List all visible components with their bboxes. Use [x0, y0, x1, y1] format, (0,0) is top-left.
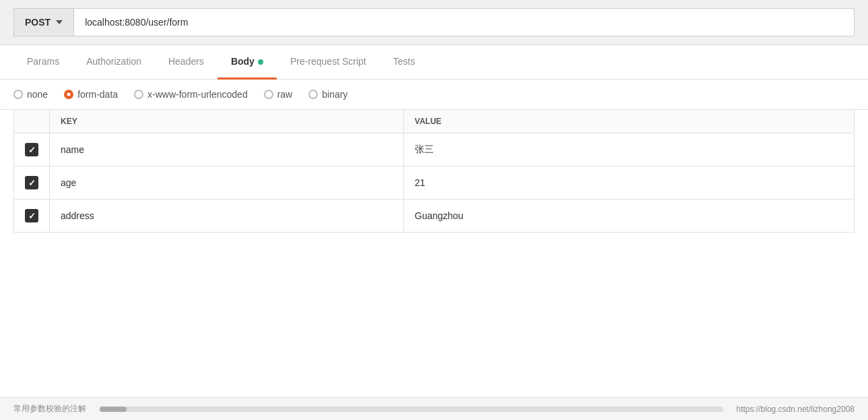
bottom-right-text: https://blog.csdn.net/lizhong2008 — [737, 404, 855, 414]
row-1-checkbox-cell — [14, 167, 50, 200]
col-key-header: KEY — [50, 110, 404, 133]
row-2-value: Guangzhou — [403, 200, 854, 233]
chevron-down-icon — [56, 20, 63, 24]
row-1-value: 21 — [403, 167, 854, 200]
row-0-checkbox-cell — [14, 133, 50, 167]
url-input[interactable] — [73, 8, 855, 36]
radio-x-www-circle — [134, 90, 143, 99]
row-2-checkbox[interactable] — [25, 209, 38, 222]
radio-raw-circle — [264, 90, 273, 99]
params-table: KEY VALUE name张三age21addressGuangzhou — [13, 110, 855, 233]
bottom-bar: 常用参数校验的注解 https://blog.csdn.net/lizhong2… — [0, 397, 868, 420]
tab-pre-request-script[interactable]: Pre-request Script — [277, 45, 380, 80]
row-2-checkbox-cell — [14, 200, 50, 233]
row-1-checkbox[interactable] — [25, 176, 38, 189]
table-row: name张三 — [14, 133, 855, 167]
scrollbar-area[interactable] — [100, 407, 723, 412]
table-header-row: KEY VALUE — [14, 110, 855, 133]
col-checkbox-header — [14, 110, 50, 133]
radio-binary-circle — [308, 90, 318, 99]
radio-none-circle — [13, 90, 23, 99]
row-2-key: address — [50, 200, 404, 233]
tab-params[interactable]: Params — [13, 45, 73, 80]
url-bar: POST — [0, 0, 868, 45]
radio-form-data-circle — [64, 90, 73, 99]
radio-x-www-form-urlencoded[interactable]: x-www-form-urlencoded — [134, 89, 248, 100]
col-value-header: VALUE — [403, 110, 854, 133]
scrollbar-thumb — [100, 407, 127, 412]
radio-form-data[interactable]: form-data — [64, 89, 118, 100]
tab-authorization[interactable]: Authorization — [73, 45, 155, 80]
body-active-dot — [258, 59, 263, 65]
table-wrapper: KEY VALUE name张三age21addressGuangzhou — [0, 110, 868, 233]
radio-binary[interactable]: binary — [308, 89, 347, 100]
table-row: age21 — [14, 167, 855, 200]
radio-none[interactable]: none — [13, 89, 48, 100]
tabs-container: Params Authorization Headers Body Pre-re… — [0, 45, 868, 80]
tab-tests[interactable]: Tests — [380, 45, 429, 80]
tab-body[interactable]: Body — [218, 45, 277, 80]
row-1-key: age — [50, 167, 404, 200]
method-label: POST — [25, 17, 51, 28]
app-container: POST Params Authorization Headers Body P… — [0, 0, 868, 420]
bottom-left-text: 常用参数校验的注解 — [13, 403, 86, 415]
body-types: none form-data x-www-form-urlencoded raw… — [0, 80, 868, 110]
radio-raw[interactable]: raw — [264, 89, 293, 100]
table-row: addressGuangzhou — [14, 200, 855, 233]
method-selector[interactable]: POST — [13, 8, 73, 36]
row-0-key: name — [50, 133, 404, 167]
row-0-value: 张三 — [403, 133, 854, 167]
row-0-checkbox[interactable] — [25, 143, 38, 156]
tab-headers[interactable]: Headers — [155, 45, 218, 80]
